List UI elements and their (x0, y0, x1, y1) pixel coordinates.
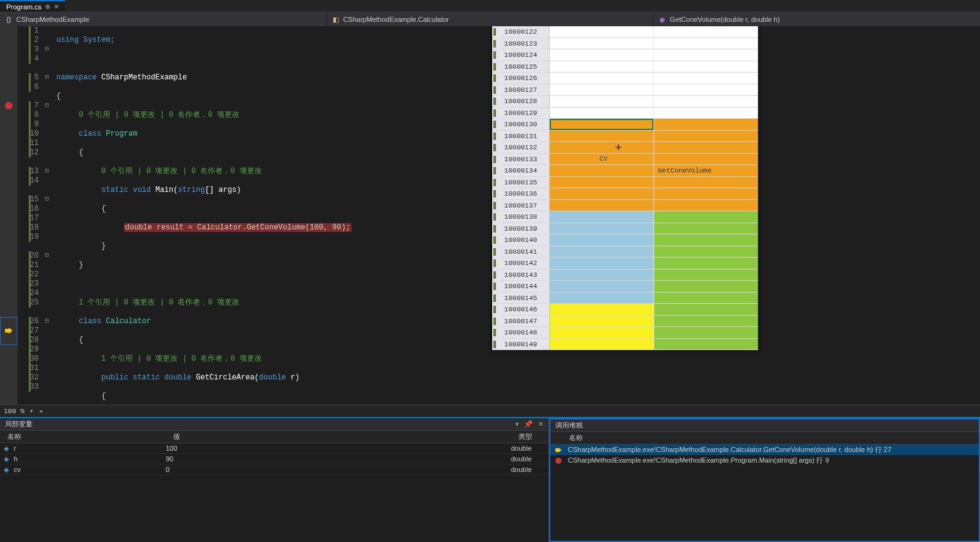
fold-gutter[interactable]: ⊟⊟⊟⊟⊟⊟⊟ (43, 26, 56, 404)
sheet-row[interactable]: 10000140 (492, 234, 758, 246)
callstack-row[interactable]: CSharpMethodExample.exe!CSharpMethodExam… (550, 444, 979, 455)
locals-row[interactable]: ◈cv0double (0, 464, 548, 475)
sheet-row[interactable]: 10000129 (492, 108, 758, 119)
breakpoint-gutter[interactable] (0, 26, 18, 404)
header-name[interactable]: 名称 (0, 431, 166, 443)
locals-rows: ◈r100double◈h90double◈cv0double (0, 443, 548, 542)
pin-icon[interactable]: ⊕ (45, 3, 50, 10)
variable-icon: ◈ (0, 455, 13, 463)
breakpoint-icon[interactable] (5, 102, 13, 109)
cursor-icon: ✛ (615, 141, 622, 153)
bottom-panels: 局部变量 ▾ 📌 ✕ 名称 值 类型 ◈r100double◈h90double… (0, 417, 980, 542)
sheet-row[interactable]: 10000126 (492, 73, 758, 84)
nav-class-label: CSharpMethodExample.Calculator (343, 16, 449, 23)
callstack-title: 调用堆栈 (555, 421, 583, 430)
breakpoint-icon (554, 458, 563, 464)
nav-namespace[interactable]: {} CSharpMethodExample (0, 13, 327, 26)
callstack-rows: CSharpMethodExample.exe!CSharpMethodExam… (550, 444, 979, 541)
locals-title: 局部变量 (5, 419, 33, 429)
callstack-header[interactable]: 名称 (550, 432, 979, 444)
locals-row[interactable]: ◈h90double (0, 454, 548, 464)
nav-namespace-label: CSharpMethodExample (16, 16, 89, 23)
close-icon[interactable]: ✕ (538, 420, 543, 428)
overlay-spreadsheet[interactable]: 1000012210000123100001241000012510000126… (492, 26, 758, 350)
class-icon: ◧ (332, 16, 340, 23)
sheet-row[interactable]: 10000123 (492, 38, 758, 50)
method-icon: ◉ (659, 16, 666, 23)
sheet-row[interactable]: 10000149 (492, 339, 758, 351)
sheet-row[interactable]: 10000148 (492, 327, 758, 339)
close-icon[interactable]: ✕ (54, 3, 59, 10)
callstack-panel: 调用堆栈 名称 CSharpMethodExample.exe!CSharpMe… (549, 418, 980, 542)
zoom-bar: 100 % ▾ ◂ (0, 404, 980, 417)
code-editor[interactable]: 1234567891011121314151617181920212223242… (0, 26, 980, 404)
variable-icon: ◈ (0, 444, 13, 453)
pin-icon[interactable]: 📌 (524, 420, 533, 428)
sheet-row[interactable]: 10000127 (492, 84, 758, 96)
current-line-marker (0, 317, 18, 345)
sheet-row[interactable]: 10000145 (492, 293, 758, 304)
namespace-icon: {} (5, 16, 13, 23)
sheet-row[interactable]: 10000141 (492, 246, 758, 258)
tab-label: Program.cs (6, 3, 41, 11)
callstack-text: CSharpMethodExample.exe!CSharpMethodExam… (568, 445, 891, 454)
file-tab[interactable]: Program.cs ⊕ ✕ (0, 0, 65, 12)
svg-marker-1 (555, 448, 562, 453)
locals-title-bar[interactable]: 局部变量 ▾ 📌 ✕ (0, 418, 548, 431)
sheet-row[interactable]: 10000144 (492, 281, 758, 293)
nav-method[interactable]: ◉ GetConeVolume(double r, double h) (654, 13, 980, 26)
locals-panel: 局部变量 ▾ 📌 ✕ 名称 值 类型 ◈r100double◈h90double… (0, 418, 549, 542)
dropdown-icon[interactable]: ▾ (515, 420, 519, 428)
sheet-row[interactable]: 10000142 (492, 258, 758, 269)
current-arrow-icon (4, 326, 13, 335)
variable-icon: ◈ (0, 466, 13, 474)
sheet-row[interactable]: 10000139 (492, 223, 758, 235)
chevron-down-icon[interactable]: ▾ (29, 407, 34, 415)
nav-bar: {} CSharpMethodExample ◧ CSharpMethodExa… (0, 13, 980, 26)
sheet-row[interactable]: 10000147 (492, 316, 758, 328)
current-frame-icon (554, 448, 563, 453)
sheet-row[interactable]: 10000128 (492, 96, 758, 108)
sheet-row[interactable]: 10000133CV (492, 154, 758, 166)
sheet-row[interactable]: 10000131 (492, 131, 758, 143)
sheet-row[interactable]: 10000134GetConeVolume (492, 165, 758, 177)
callstack-text: CSharpMethodExample.exe!CSharpMethodExam… (568, 456, 829, 465)
locals-row[interactable]: ◈r100double (0, 443, 548, 454)
sheet-row[interactable]: 10000146 (492, 304, 758, 316)
sheet-row[interactable]: 10000143 (492, 269, 758, 281)
sheet-row[interactable]: 10000136 (492, 188, 758, 200)
sheet-row[interactable]: 10000124 (492, 49, 758, 61)
sheet-row[interactable]: 10000138 (492, 211, 758, 223)
sheet-row[interactable]: 10000130 (492, 119, 758, 131)
tab-strip: Program.cs ⊕ ✕ (0, 0, 980, 13)
chevron-left-icon[interactable]: ◂ (39, 407, 43, 415)
sheet-row[interactable]: 10000135 (492, 177, 758, 189)
zoom-level[interactable]: 100 % (4, 408, 24, 415)
sheet-row[interactable]: 10000122 (492, 26, 758, 38)
sheet-row[interactable]: 10000132✛ (492, 142, 758, 154)
sheet-row[interactable]: 10000125 (492, 61, 758, 73)
header-type[interactable]: 类型 (511, 431, 548, 443)
nav-method-label: GetConeVolume(double r, double h) (670, 16, 780, 23)
locals-headers: 名称 值 类型 (0, 431, 548, 443)
sheet-row[interactable]: 10000137 (492, 200, 758, 212)
callstack-row[interactable]: CSharpMethodExample.exe!CSharpMethodExam… (550, 455, 979, 466)
nav-class[interactable]: ◧ CSharpMethodExample.Calculator (327, 13, 654, 26)
callstack-title-bar[interactable]: 调用堆栈 (550, 419, 979, 432)
svg-marker-0 (5, 328, 13, 334)
header-value[interactable]: 值 (166, 431, 511, 443)
